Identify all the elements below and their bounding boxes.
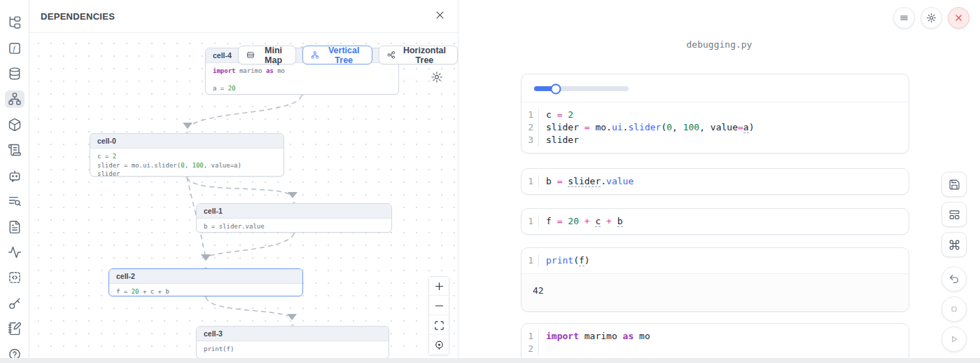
node-code: c = 2slider = mo.ui.slider(0, 100, value… — [90, 149, 284, 177]
code-editor[interactable]: 1b = slider.value — [522, 169, 909, 194]
slider-output — [522, 74, 909, 102]
shutdown-button[interactable] — [948, 7, 969, 29]
notebook-cell[interactable]: 1c = 22slider = mo.ui.slider(0, 100, val… — [521, 74, 909, 153]
node-code: print(f) — [197, 341, 388, 358]
undo-icon — [948, 273, 960, 285]
line-number: 1 — [522, 109, 538, 121]
notebook-cell[interactable]: 1f = 20 + c + b — [521, 208, 909, 235]
fit-view-button[interactable] — [429, 316, 449, 335]
save-button[interactable] — [941, 172, 967, 197]
data-sources-icon[interactable] — [5, 65, 24, 82]
graph-node-cell-0[interactable]: cell-0 c = 2slider = mo.ui.slider(0, 100… — [90, 133, 284, 177]
notebook-menu-button[interactable] — [893, 7, 915, 29]
node-title: cell-0 — [90, 134, 284, 149]
close-icon — [435, 10, 445, 20]
app-window: f — [0, 0, 980, 363]
dependencies-panel: DEPENDENCIES cell-4 import marimo as mo … — [29, 0, 458, 363]
vertical-tree-button[interactable]: Vertical Tree — [302, 46, 372, 64]
node-code: b = slider.value — [197, 219, 391, 233]
graph-zoom-controls — [428, 276, 449, 355]
line-number: 1 — [522, 254, 538, 267]
file-explorer-icon[interactable] — [5, 14, 24, 31]
layout-panel-icon — [948, 209, 960, 221]
zoom-in-button[interactable] — [429, 277, 449, 296]
notebook-settings-button[interactable] — [920, 7, 942, 29]
maximize-icon — [434, 320, 444, 331]
documentation-icon[interactable] — [5, 142, 24, 158]
graph-node-cell-3[interactable]: cell-3 print(f) — [196, 326, 389, 359]
cell-output: 42 — [522, 273, 909, 311]
notebook-cell[interactable]: 1import marimo as mo2 — [521, 323, 909, 362]
close-icon — [953, 13, 964, 23]
line-number: 2 — [522, 343, 538, 355]
scratchpad-icon[interactable] — [5, 320, 24, 337]
notebook-cell[interactable]: 1b = slider.value — [521, 168, 909, 195]
node-title: cell-3 — [197, 327, 388, 341]
command-icon — [948, 239, 960, 251]
helper-icon-rail: f — [0, 0, 29, 363]
snippets-icon[interactable] — [5, 269, 24, 286]
notebook-actions — [941, 172, 967, 357]
dependencies-icon[interactable] — [5, 90, 24, 107]
line-number: 1 — [522, 215, 538, 228]
close-panel-button[interactable] — [433, 9, 447, 23]
code-editor[interactable]: 1c = 22slider = mo.ui.slider(0, 100, val… — [522, 102, 909, 153]
line-number: 2 — [522, 121, 538, 134]
notebook-topbar — [893, 7, 969, 29]
mini-map-button[interactable]: Mini Map — [238, 46, 296, 64]
gear-icon — [430, 71, 443, 83]
horizontal-tree-icon — [387, 50, 396, 60]
line-number: 1 — [522, 330, 538, 343]
packages-icon[interactable] — [5, 116, 24, 133]
notebook-cell[interactable]: 1print(f)42 — [521, 247, 909, 312]
line-number: 1 — [522, 175, 538, 188]
node-code: import marimo as mo a = 20 — [206, 63, 398, 95]
code-editor[interactable]: 1import marimo as mo2 — [522, 324, 909, 362]
graph-node-cell-2[interactable]: cell-2 f = 20 + c + b — [108, 268, 303, 296]
ai-chat-icon[interactable] — [5, 167, 24, 184]
dependencies-title: DEPENDENCIES — [41, 11, 115, 22]
locate-button[interactable] — [429, 336, 449, 355]
logs-icon[interactable] — [5, 193, 24, 210]
code-editor[interactable]: 1print(f) — [522, 248, 909, 273]
bottom-strip — [0, 358, 980, 363]
notebook-filename: debugging.py — [458, 39, 980, 50]
graph-node-cell-1[interactable]: cell-1 b = slider.value — [196, 203, 392, 233]
secrets-icon[interactable] — [5, 295, 24, 312]
graph-view-toolbar: Mini Map Vertical Tree Horizontal Tree — [238, 46, 458, 64]
play-icon — [948, 334, 960, 345]
notebook-panel: debugging.py 1c = 22slider = mo.ui.slide… — [458, 0, 980, 363]
mini-map-icon — [246, 50, 255, 60]
minus-icon — [434, 301, 444, 311]
line-number: 3 — [522, 134, 538, 146]
layout-button[interactable] — [941, 202, 967, 227]
run-button[interactable] — [941, 327, 967, 352]
stop-button[interactable] — [941, 296, 967, 322]
cells-column: 1c = 22slider = mo.ui.slider(0, 100, val… — [521, 74, 909, 362]
locate-icon — [434, 340, 444, 350]
plus-icon — [434, 281, 444, 292]
outline-icon[interactable] — [5, 218, 24, 235]
dependencies-header: DEPENDENCIES — [29, 0, 458, 33]
shortcuts-button[interactable] — [941, 232, 967, 257]
tracing-icon[interactable] — [5, 244, 24, 261]
horizontal-tree-button[interactable]: Horizontal Tree — [379, 46, 458, 64]
save-icon — [948, 179, 960, 191]
svg-text:f: f — [13, 43, 16, 52]
node-code: f = 20 + c + b — [109, 284, 302, 296]
vertical-tree-icon — [311, 50, 319, 60]
stop-icon — [948, 303, 960, 315]
variables-icon[interactable]: f — [5, 39, 24, 56]
code-editor[interactable]: 1f = 20 + c + b — [522, 209, 909, 234]
graph-settings-button[interactable] — [429, 70, 444, 85]
menu-icon — [899, 13, 909, 23]
gear-icon — [926, 13, 937, 23]
slider-handle[interactable] — [551, 83, 561, 94]
node-title: cell-1 — [197, 204, 391, 219]
slider[interactable] — [534, 86, 629, 91]
node-title: cell-2 — [109, 269, 302, 284]
dependency-graph-canvas[interactable]: cell-4 import marimo as mo a = 20cell-0 … — [29, 33, 458, 363]
undo-button[interactable] — [941, 266, 967, 292]
zoom-out-button[interactable] — [429, 296, 449, 315]
